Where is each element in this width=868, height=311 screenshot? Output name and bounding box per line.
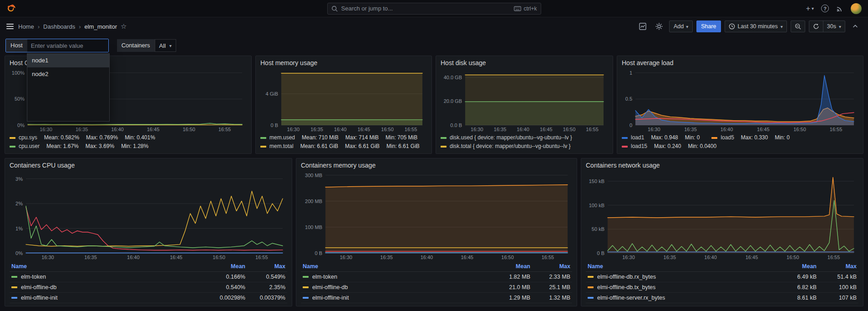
series-name[interactable]: elmi-offline-db — [11, 284, 205, 291]
legend-series-name[interactable]: mem.used — [269, 133, 295, 142]
mean-value: 8.61 kB — [778, 293, 818, 303]
series-swatch — [303, 297, 309, 299]
panel-containers-network-usage: Containers network usage 0 B50 kB100 kB1… — [581, 158, 863, 306]
series-name[interactable]: elmi-offline-db.tx_bytes — [588, 284, 777, 291]
series-name[interactable]: elmi-offline-init — [11, 295, 205, 301]
table-header-mean[interactable]: Mean — [207, 261, 247, 272]
table-header-max[interactable]: Max — [532, 261, 572, 272]
panel-title[interactable]: Host average load — [622, 59, 858, 66]
table-header-name[interactable]: Name — [10, 261, 207, 272]
svg-text:100%: 100% — [12, 70, 25, 76]
host-load-chart[interactable]: 00.5116:3016:3516:4016:4516:5016:55 — [622, 67, 858, 133]
host-disk-chart[interactable]: 0.0 B20.0 GB40.0 GB16:3016:3516:4016:451… — [441, 67, 608, 133]
containers-cpu-chart[interactable]: 0%1%2%3%16:3016:3516:4016:4516:5016:55 — [10, 170, 287, 260]
breadcrumb-separator-icon: › — [38, 23, 40, 30]
max-value: 2.35% — [247, 282, 287, 293]
svg-text:16:50: 16:50 — [793, 127, 806, 132]
panel-legend: disk.used { device: mapper/ubuntu--vg-ub… — [441, 133, 608, 151]
svg-text:16:45: 16:45 — [461, 255, 473, 260]
series-name[interactable]: elm-token — [303, 274, 490, 280]
refresh-interval-label: 30s — [827, 23, 836, 30]
series-name[interactable]: elmi-offline-init — [303, 295, 490, 301]
time-range-button[interactable]: Last 30 minutes ▾ — [725, 21, 787, 32]
caret-down-icon: ▾ — [686, 24, 688, 29]
search-bar[interactable]: ctrl+k — [327, 3, 541, 15]
breadcrumb-home[interactable]: Home — [18, 23, 34, 30]
series-name[interactable]: elmi-offline-server.rx_bytes — [588, 295, 777, 301]
share-button[interactable]: Share — [696, 20, 721, 32]
host-option-node1[interactable]: node1 — [27, 54, 109, 67]
mean-value: 6.82 kB — [778, 282, 818, 293]
legend-series-name[interactable]: disk.total { device: mapper/ubuntu--vg-u… — [450, 142, 570, 151]
refresh-icon — [813, 23, 819, 30]
favorite-star-icon[interactable]: ☆ — [121, 22, 127, 31]
panel-title[interactable]: Containers memory usage — [301, 162, 572, 169]
host-option-node2[interactable]: node2 — [27, 67, 109, 81]
grafana-logo-icon[interactable] — [6, 4, 16, 14]
svg-text:16:40: 16:40 — [334, 127, 347, 132]
host-memory-chart[interactable]: 0 B4 GiB16:3016:3516:4016:4516:5016:55 — [260, 67, 427, 133]
series-name[interactable]: elm-token — [11, 274, 205, 280]
refresh-interval-select[interactable]: 30s ▾ — [823, 21, 845, 32]
legend-series-name[interactable]: disk.used { device: mapper/ubuntu--vg-ub… — [450, 133, 572, 142]
series-name[interactable]: elmi-offline-db — [303, 284, 490, 291]
collapse-toolbar-icon[interactable] — [849, 20, 862, 32]
help-icon[interactable]: ? — [821, 5, 829, 12]
panel-title[interactable]: Containers network usage — [586, 162, 858, 169]
containers-memory-chart[interactable]: 0 B100 MB200 MB300 MB16:3016:3516:4016:4… — [301, 170, 572, 260]
new-menu-button[interactable]: + ▾ — [806, 5, 814, 13]
svg-text:16:40: 16:40 — [721, 127, 733, 132]
svg-text:16:50: 16:50 — [213, 255, 225, 260]
breadcrumb-dashboards[interactable]: Dashboards — [43, 23, 75, 30]
legend-series-name[interactable]: load15 — [631, 142, 647, 151]
svg-text:16:55: 16:55 — [542, 255, 554, 260]
panel-title[interactable]: Containers CPU usage — [10, 162, 287, 169]
svg-text:16:45: 16:45 — [540, 127, 553, 132]
table-header-mean[interactable]: Mean — [492, 261, 532, 272]
svg-text:0 B: 0 B — [270, 122, 278, 128]
legend-mean: Mean: 0.582% — [44, 133, 79, 142]
containers-variable-value: All — [159, 42, 166, 49]
mega-menu-icon[interactable] — [6, 24, 14, 29]
legend-series-name[interactable]: cpu.user — [19, 142, 40, 151]
add-button[interactable]: Add ▾ — [669, 20, 693, 32]
svg-text:16:55: 16:55 — [405, 127, 417, 132]
dashboard-row-containers: Containers CPU usage 0%1%2%3%16:3016:351… — [0, 158, 868, 306]
panel-title[interactable]: Host disk usage — [441, 59, 608, 66]
table-header-max[interactable]: Max — [818, 261, 858, 272]
svg-text:0%: 0% — [15, 250, 23, 256]
table-header-name[interactable]: Name — [301, 261, 492, 272]
legend-series-name[interactable]: load1 — [631, 133, 644, 142]
legend-series-name[interactable]: load5 — [721, 133, 734, 142]
legend-series-name[interactable]: cpu.sys — [19, 133, 37, 142]
series-swatch — [303, 276, 309, 278]
breadcrumb-current-dashboard[interactable]: elm_monitor — [84, 23, 117, 30]
host-variable-input[interactable] — [27, 39, 108, 52]
table-header-name[interactable]: Name — [586, 261, 778, 272]
legend-min: Min: 0 — [775, 133, 790, 142]
containers-network-chart[interactable]: 0 B50 kB100 kB150 kB16:3016:3516:4016:45… — [586, 170, 858, 260]
svg-text:16:40: 16:40 — [111, 127, 124, 132]
series-swatch — [10, 146, 15, 148]
legend-series-name[interactable]: mem.total — [269, 142, 294, 151]
svg-text:16:40: 16:40 — [421, 255, 433, 260]
table-header-max[interactable]: Max — [247, 261, 287, 272]
series-name[interactable]: elmi-offline-db.rx_bytes — [588, 274, 777, 280]
max-value: 25.1 MB — [532, 282, 572, 293]
zoom-out-button[interactable] — [791, 20, 805, 32]
max-value: 107 kB — [818, 293, 858, 303]
panel-title[interactable]: Host memory usage — [260, 59, 427, 66]
max-value: 2.33 MB — [532, 272, 572, 282]
user-avatar[interactable] — [851, 3, 862, 14]
library-panel-icon[interactable] — [636, 20, 649, 32]
table-row: elm-token 1.82 MB 2.33 MB — [301, 272, 572, 282]
legend-max: Max: 714 MiB — [345, 133, 379, 142]
svg-text:16:50: 16:50 — [501, 255, 514, 260]
refresh-button[interactable] — [809, 21, 823, 32]
search-input[interactable] — [341, 5, 511, 12]
containers-variable-select[interactable]: All ▾ — [155, 39, 176, 52]
settings-gear-icon[interactable] — [653, 20, 665, 32]
news-icon[interactable] — [836, 5, 843, 12]
svg-text:16:55: 16:55 — [218, 127, 231, 132]
table-header-mean[interactable]: Mean — [778, 261, 818, 272]
